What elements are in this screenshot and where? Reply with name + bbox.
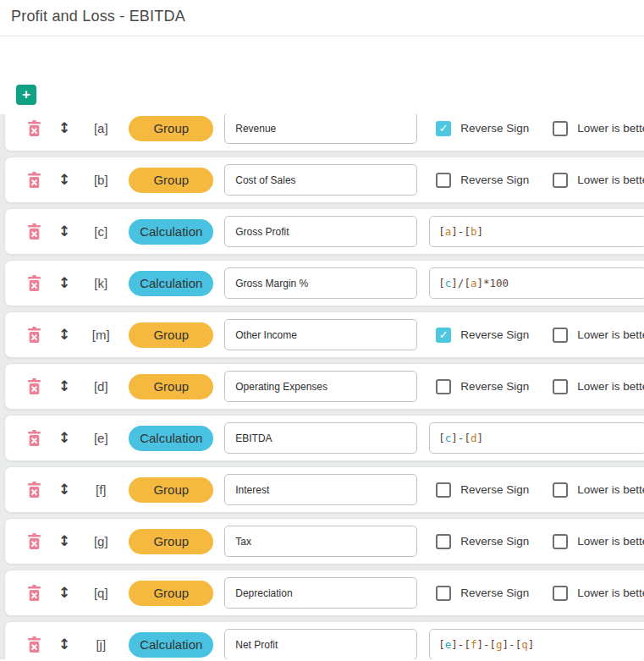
trash-icon	[28, 120, 41, 136]
reverse-sign-checkbox[interactable]: ✓	[436, 328, 451, 343]
row-item: ↕ [a] Group ✓ Reverse Sign Lower is bett…	[4, 114, 644, 151]
name-input[interactable]	[224, 474, 417, 505]
lower-is-better-checkbox[interactable]	[553, 173, 568, 188]
row-type-badge: Calculation	[129, 219, 213, 245]
trash-icon	[28, 378, 41, 394]
trash-icon	[28, 275, 41, 291]
delete-button[interactable]	[28, 636, 41, 653]
row-type-badge: Group	[129, 477, 213, 503]
trash-icon	[28, 327, 41, 343]
trash-icon	[28, 482, 41, 498]
delete-button[interactable]	[28, 378, 41, 394]
reverse-sign-checkbox[interactable]	[436, 379, 451, 394]
name-input[interactable]	[224, 319, 417, 350]
reorder-handle-icon[interactable]: ↕	[58, 431, 70, 445]
formula-input[interactable]: [a]-[b]	[429, 216, 644, 247]
reorder-handle-icon[interactable]: ↕	[58, 173, 70, 187]
trash-icon	[28, 585, 41, 601]
reverse-sign-label: Reverse Sign	[460, 380, 529, 393]
name-input[interactable]	[224, 577, 417, 609]
row-type-badge: Calculation	[129, 426, 213, 451]
lower-is-better-label: Lower is better	[577, 535, 644, 548]
row-item: ↕ [j] Calculation [e]-[f]-[g]-[q]	[4, 621, 644, 659]
delete-button[interactable]	[28, 482, 41, 498]
lower-is-better-label: Lower is better	[577, 483, 644, 496]
reorder-handle-icon[interactable]: ↕	[58, 482, 70, 497]
row-type-badge: Group	[129, 116, 213, 141]
row-code: [j]	[82, 637, 119, 652]
reorder-handle-icon[interactable]: ↕	[58, 379, 70, 394]
lower-is-better-checkbox[interactable]	[553, 121, 568, 136]
lower-is-better-label: Lower is better	[577, 122, 644, 135]
formula-input[interactable]: [c]/[a]*100	[429, 267, 644, 299]
lower-is-better-checkbox[interactable]	[553, 379, 568, 394]
reverse-sign-checkbox[interactable]: ✓	[436, 121, 451, 136]
name-input[interactable]	[224, 371, 417, 402]
rows-scroll-area[interactable]: ↕ [a] Group ✓ Reverse Sign Lower is bett…	[0, 114, 644, 659]
row-code: [k]	[82, 276, 119, 290]
reorder-handle-icon[interactable]: ↕	[58, 637, 70, 652]
lower-is-better-label: Lower is better	[577, 587, 644, 599]
lower-is-better-checkbox[interactable]	[553, 534, 568, 549]
reverse-sign-label: Reverse Sign	[460, 535, 529, 548]
row-item: ↕ [f] Group Reverse Sign Lower is better	[4, 466, 644, 513]
reorder-handle-icon[interactable]: ↕	[58, 276, 70, 290]
reverse-sign-checkbox[interactable]	[436, 586, 451, 601]
row-item: ↕ [q] Group Reverse Sign Lower is better	[4, 570, 644, 616]
delete-button[interactable]	[28, 275, 41, 291]
name-input[interactable]	[224, 216, 417, 247]
name-input[interactable]	[224, 526, 417, 557]
reverse-sign-checkbox[interactable]	[436, 482, 451, 498]
row-code: [m]	[82, 328, 119, 342]
add-row-button[interactable]: +	[16, 85, 36, 105]
reverse-sign-label: Reverse Sign	[460, 483, 529, 496]
lower-is-better-label: Lower is better	[577, 380, 644, 393]
lower-is-better-checkbox[interactable]	[553, 586, 568, 601]
formula-input[interactable]: [e]-[f]-[g]-[q]	[429, 629, 644, 659]
name-input[interactable]	[224, 422, 417, 454]
name-input[interactable]	[224, 267, 417, 299]
row-item: ↕ [d] Group Reverse Sign Lower is better	[4, 363, 644, 410]
reorder-handle-icon[interactable]: ↕	[58, 121, 70, 135]
reverse-sign-label: Reverse Sign	[460, 328, 529, 341]
reorder-handle-icon[interactable]: ↕	[58, 328, 70, 342]
name-input[interactable]	[224, 629, 417, 659]
lower-is-better-checkbox[interactable]	[553, 482, 568, 498]
trash-icon	[28, 636, 41, 653]
lower-is-better-checkbox[interactable]	[553, 328, 568, 343]
reorder-handle-icon[interactable]: ↕	[58, 534, 70, 548]
row-code: [e]	[82, 431, 119, 445]
row-type-badge: Group	[129, 374, 213, 399]
delete-button[interactable]	[28, 223, 41, 240]
row-type-badge: Group	[129, 529, 213, 554]
row-code: [b]	[82, 173, 119, 187]
row-code: [f]	[82, 482, 119, 497]
row-item: ↕ [e] Calculation [c]-[d]	[4, 415, 644, 461]
row-item: ↕ [b] Group Reverse Sign Lower is better	[4, 157, 644, 203]
delete-button[interactable]	[28, 172, 41, 188]
delete-button[interactable]	[28, 430, 41, 446]
row-item: ↕ [k] Calculation [c]/[a]*100	[4, 260, 644, 306]
reverse-sign-checkbox[interactable]	[436, 173, 451, 188]
row-code: [g]	[82, 534, 119, 548]
lower-is-better-label: Lower is better	[577, 174, 644, 186]
trash-icon	[28, 430, 41, 446]
row-type-badge: Calculation	[129, 271, 213, 296]
reverse-sign-label: Reverse Sign	[460, 587, 529, 599]
page-title: Profit and Loss - EBITDA	[11, 8, 630, 25]
delete-button[interactable]	[28, 533, 41, 549]
reverse-sign-checkbox[interactable]	[436, 534, 451, 549]
row-type-badge: Group	[129, 322, 213, 348]
formula-input[interactable]: [c]-[d]	[429, 422, 644, 454]
name-input[interactable]	[224, 164, 417, 196]
delete-button[interactable]	[28, 327, 41, 343]
delete-button[interactable]	[28, 585, 41, 601]
trash-icon	[28, 223, 41, 240]
reorder-handle-icon[interactable]: ↕	[58, 224, 70, 239]
row-item: ↕ [c] Calculation [a]-[b]	[4, 208, 644, 255]
reorder-handle-icon[interactable]: ↕	[58, 586, 70, 600]
name-input[interactable]	[224, 114, 417, 144]
row-code: [q]	[82, 586, 119, 600]
row-item: ↕ [g] Group Reverse Sign Lower is better	[4, 518, 644, 565]
delete-button[interactable]	[28, 120, 41, 136]
